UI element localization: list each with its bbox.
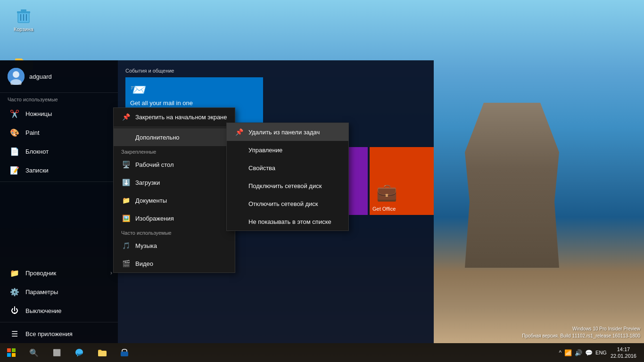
- start-bottom-nav: 📁 Проводник › ⚙️ Параметры ⏻ Выключение …: [0, 263, 118, 343]
- explorer-app-button[interactable]: [91, 343, 113, 362]
- clock-time: 14:17: [617, 346, 630, 353]
- unpin-taskbar-item[interactable]: 📌 Удалить из панели задач: [227, 123, 348, 141]
- system-tray: ^ 📶 🔊 💬 ENG 14:17 22.01.2016: [555, 343, 644, 362]
- nav-notepad[interactable]: 📄 Блокнот: [0, 142, 118, 161]
- pin-start-item[interactable]: 📌 Закрепить на начальном экране: [114, 108, 235, 126]
- recycle-bin-label: Корзина: [14, 26, 33, 32]
- start-button[interactable]: [0, 343, 23, 362]
- manage-item[interactable]: Управление: [227, 141, 348, 159]
- tray-action-icon[interactable]: 💬: [585, 349, 593, 356]
- svg-rect-1: [17, 11, 30, 13]
- divider-1: [0, 181, 118, 182]
- sub-context-menu: 📌 Удалить из панели задач Управление Сво…: [226, 123, 349, 231]
- desktop-item[interactable]: 🖥️ Рабочий стол: [114, 156, 235, 173]
- advanced-item[interactable]: Дополнительно ›: [114, 128, 235, 146]
- tray-language[interactable]: ENG: [595, 350, 607, 355]
- context-menu: 📌 Закрепить на начальном экране Дополнит…: [113, 107, 235, 273]
- advanced-icon: [121, 132, 131, 142]
- nav-settings[interactable]: ⚙️ Параметры: [0, 282, 118, 301]
- svg-rect-13: [12, 348, 16, 352]
- user-name: adguard: [29, 73, 52, 80]
- section-events-label: События и общение: [125, 68, 434, 74]
- frequent-label: Часто используемые: [0, 93, 118, 104]
- taskbar: 🔍 ⬜ ^ 📶 🔊 💬 ENG 14:17 22.01.2016: [0, 343, 644, 362]
- tray-volume-icon[interactable]: 🔊: [575, 349, 582, 356]
- context-divider: [114, 127, 235, 127]
- tray-chevron[interactable]: ^: [559, 349, 561, 356]
- tray-network-icon[interactable]: 📶: [564, 349, 572, 356]
- svg-rect-14: [7, 353, 11, 357]
- edge-icon: [74, 348, 84, 357]
- svg-rect-2: [21, 9, 26, 11]
- disconnect-drive-item[interactable]: Отключить сетевой диск: [227, 195, 348, 213]
- svg-rect-16: [121, 352, 128, 356]
- svg-rect-12: [7, 348, 11, 352]
- nav-explorer[interactable]: 📁 Проводник ›: [0, 263, 118, 282]
- tile-get-office[interactable]: 💼 Get Office: [370, 147, 434, 215]
- music-item[interactable]: 🎵 Музыка: [114, 237, 235, 255]
- pinned-section-label: Закрепленные: [114, 146, 235, 156]
- divider-2: [0, 322, 118, 322]
- unpin-icon: 📌: [234, 127, 244, 137]
- edge-app-button[interactable]: [68, 343, 91, 362]
- tile-office-label: Get Office: [372, 206, 396, 212]
- search-button[interactable]: 🔍: [23, 343, 45, 362]
- video-item[interactable]: 🎬 Видео: [114, 255, 235, 272]
- mail-subtitle: Get all your mail in one: [130, 99, 258, 107]
- nav-sticky[interactable]: 📝 Записки: [0, 161, 118, 180]
- connect-drive-item[interactable]: Подключить сетевой диск: [227, 177, 348, 195]
- rock-formation: [465, 103, 559, 268]
- properties-item[interactable]: Свойства: [227, 159, 348, 177]
- user-avatar: [8, 68, 25, 85]
- windows-build-info: Windows 10 Pro Insider Preview Пробная в…: [522, 325, 640, 339]
- nav-all-apps[interactable]: ☰ Все приложения: [0, 324, 118, 343]
- explorer-icon: [97, 348, 107, 357]
- task-view-icon: ⬜: [53, 349, 61, 356]
- nav-scissors[interactable]: ✂️ Ножницы: [0, 104, 118, 123]
- downloads-item[interactable]: ⬇️ Загрузки: [114, 173, 235, 191]
- pin-icon: 📌: [121, 112, 131, 122]
- context-menu-container: 📌 Закрепить на начальном экране Дополнит…: [113, 107, 235, 273]
- search-icon: 🔍: [29, 348, 39, 357]
- task-view-button[interactable]: ⬜: [45, 343, 68, 362]
- documents-item[interactable]: 📁 Документы: [114, 191, 235, 209]
- svg-rect-15: [12, 353, 16, 357]
- recycle-bin-icon[interactable]: Корзина: [5, 5, 42, 34]
- store-icon: [120, 348, 129, 357]
- windows-logo-icon: [7, 348, 16, 357]
- clock-date: 22.01.2016: [611, 353, 636, 359]
- store-app-button[interactable]: [113, 343, 136, 362]
- user-profile[interactable]: adguard: [0, 60, 118, 93]
- svg-point-7: [13, 71, 19, 78]
- nav-power[interactable]: ⏻ Выключение: [0, 301, 118, 320]
- frequent-section-label: Часто используемые: [114, 227, 235, 237]
- nav-paint[interactable]: 🎨 Paint: [0, 123, 118, 142]
- dont-show-item[interactable]: Не показывать в этом списке: [227, 213, 348, 230]
- start-menu-left: adguard Часто используемые ✂️ Ножницы 🎨 …: [0, 60, 118, 343]
- pictures-item[interactable]: 🖼️ Изображения: [114, 209, 235, 227]
- tray-clock[interactable]: 14:17 22.01.2016: [611, 346, 636, 360]
